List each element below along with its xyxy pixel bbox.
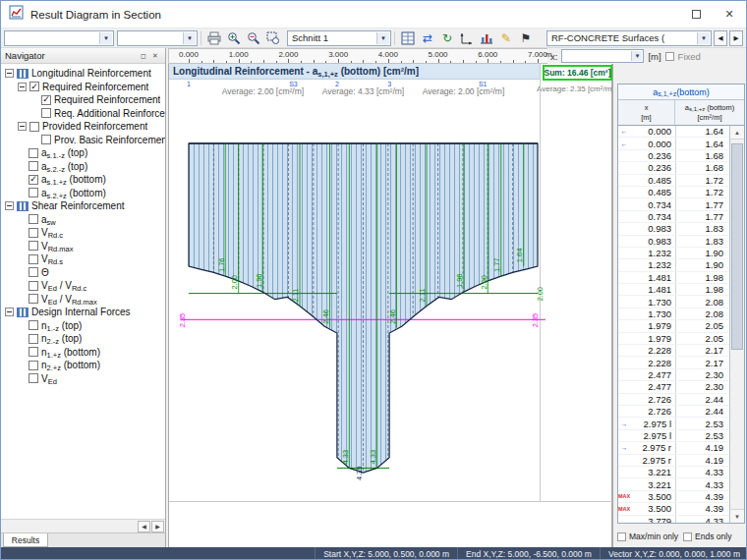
tree-item[interactable]: asw bbox=[1, 213, 165, 227]
reverse-direction-icon[interactable]: ⇄ bbox=[418, 29, 437, 47]
expander-icon[interactable] bbox=[18, 122, 27, 131]
tree-item[interactable]: ✓Required Reinforcement bbox=[1, 93, 165, 107]
table-row[interactable]: MAX3.5004.39 bbox=[618, 503, 729, 515]
tree-item[interactable]: Req. Additional Reinforcement bbox=[1, 107, 165, 121]
maximize-button[interactable] bbox=[679, 1, 713, 28]
tree-checkbox[interactable] bbox=[29, 334, 38, 344]
tree-checkbox[interactable] bbox=[29, 188, 38, 197]
table-row[interactable]: 2.975 l2.53 bbox=[618, 430, 729, 442]
tree-checkbox[interactable] bbox=[29, 161, 38, 171]
previous-case-button[interactable]: ◀ bbox=[714, 30, 727, 46]
diagram-bars-icon[interactable] bbox=[477, 29, 496, 47]
axes-icon[interactable] bbox=[457, 29, 477, 47]
tree-item[interactable]: ✓Required Reinforcement bbox=[1, 81, 165, 94]
tree-checkbox[interactable] bbox=[29, 267, 38, 277]
table-row[interactable]: 2.7262.44 bbox=[618, 406, 729, 418]
x-value-input[interactable]: ▼ bbox=[561, 49, 644, 63]
tree-item[interactable]: n1,-z (top) bbox=[1, 319, 165, 333]
table-row[interactable]: 1.2321.90 bbox=[618, 259, 729, 271]
table-row[interactable]: 3.7794.33 bbox=[618, 516, 729, 524]
table-row[interactable]: 0.9831.83 bbox=[618, 223, 729, 235]
table-row[interactable]: 0.7341.77 bbox=[618, 198, 729, 210]
table-row[interactable]: 2.4772.30 bbox=[618, 381, 729, 393]
table-row[interactable]: 1.7302.08 bbox=[618, 296, 729, 308]
table-row[interactable]: 0.7341.77 bbox=[618, 211, 729, 223]
maxmin-only-checkbox[interactable] bbox=[617, 532, 626, 541]
tree-item[interactable]: Design Internal Forces bbox=[1, 306, 165, 319]
table-row[interactable]: ←0.0001.64 bbox=[618, 126, 729, 138]
table-scrollbar[interactable]: ▲ ▼ bbox=[729, 126, 744, 523]
tree-checkbox[interactable] bbox=[29, 241, 38, 251]
tree-item[interactable]: n2,+z (bottom) bbox=[1, 359, 165, 372]
tree-checkbox[interactable] bbox=[41, 135, 51, 144]
smoothing-combo[interactable]: ▼ bbox=[117, 30, 198, 46]
table-row[interactable]: 3.2214.33 bbox=[618, 467, 729, 478]
scroll-down-icon[interactable]: ▼ bbox=[730, 509, 744, 523]
table-row[interactable]: 0.9831.83 bbox=[618, 236, 729, 248]
scroll-up-icon[interactable]: ▲ bbox=[730, 126, 744, 140]
tree-item[interactable]: as,2,-z (top) bbox=[1, 160, 165, 174]
tree-checkbox[interactable] bbox=[29, 214, 38, 224]
grid-values-icon[interactable] bbox=[398, 29, 418, 47]
table-row[interactable]: →2.975 l2.53 bbox=[618, 418, 729, 429]
tree-checkbox[interactable] bbox=[29, 148, 38, 158]
tree-checkbox[interactable] bbox=[29, 373, 38, 383]
scroll-left-icon[interactable]: ◀ bbox=[138, 521, 150, 532]
tree-checkbox[interactable]: ✓ bbox=[29, 175, 38, 185]
tree-item[interactable]: Prov. Basic Reinforcement bbox=[1, 134, 165, 147]
table-row[interactable]: 1.9792.05 bbox=[618, 320, 729, 332]
tree-item[interactable]: VRd,c bbox=[1, 226, 165, 240]
table-row[interactable]: 1.9792.05 bbox=[618, 333, 729, 345]
tree-item[interactable]: VEd / VRd,max bbox=[1, 293, 165, 307]
close-icon[interactable]: ✕ bbox=[149, 50, 161, 62]
table-row[interactable]: →2.975 r4.19 bbox=[618, 442, 729, 454]
table-row[interactable]: 2.2282.17 bbox=[618, 357, 729, 368]
table-row[interactable]: 3.2214.33 bbox=[618, 478, 729, 490]
table-row[interactable]: 0.2361.68 bbox=[618, 162, 729, 174]
expander-icon[interactable] bbox=[5, 69, 14, 78]
table-row[interactable]: 0.4851.72 bbox=[618, 187, 729, 198]
expander-icon[interactable] bbox=[18, 83, 27, 91]
undock-icon[interactable]: ◻ bbox=[138, 50, 149, 62]
zoom-out-icon[interactable] bbox=[244, 29, 263, 47]
tree-item[interactable]: Longitudinal Reinforcement bbox=[1, 67, 165, 81]
tree-item[interactable]: n2,-z (top) bbox=[1, 332, 165, 346]
tree-checkbox[interactable] bbox=[29, 122, 39, 132]
table-row[interactable]: 0.4851.72 bbox=[618, 175, 729, 187]
table-row[interactable]: MAX3.5004.39 bbox=[618, 491, 729, 503]
tree-checkbox[interactable] bbox=[29, 320, 38, 330]
tree-checkbox[interactable] bbox=[29, 228, 38, 238]
tree-checkbox[interactable] bbox=[29, 361, 38, 370]
tree-item[interactable]: VEd bbox=[1, 372, 165, 386]
close-button[interactable]: ✕ bbox=[713, 1, 746, 28]
table-row[interactable]: ←0.0001.64 bbox=[618, 138, 729, 149]
table-row[interactable]: 1.2321.90 bbox=[618, 248, 729, 259]
tree-checkbox[interactable] bbox=[29, 254, 38, 264]
tree-item[interactable]: VRd,s bbox=[1, 252, 165, 266]
table-row[interactable]: 2.7262.44 bbox=[618, 394, 729, 406]
scroll-right-icon[interactable]: ▶ bbox=[151, 521, 164, 532]
result-type-combo[interactable]: ▼ bbox=[4, 30, 114, 46]
table-row[interactable]: 2.4772.30 bbox=[618, 369, 729, 381]
module-combo[interactable]: RF-CONCRETE Surfaces (▼ bbox=[546, 30, 712, 46]
fixed-checkbox[interactable] bbox=[665, 52, 674, 61]
next-case-button[interactable]: ▶ bbox=[729, 30, 743, 46]
scrollbar-thumb[interactable] bbox=[731, 143, 743, 350]
tree-item[interactable]: Θ bbox=[1, 266, 165, 280]
tree-item[interactable]: ✓as,1,+z (bottom) bbox=[1, 173, 165, 187]
zoom-in-icon[interactable] bbox=[224, 29, 244, 47]
tree-item[interactable]: Shear Reinforcement bbox=[1, 199, 165, 213]
tree-item[interactable]: as,1,-z (top) bbox=[1, 146, 165, 160]
tree-checkbox[interactable] bbox=[29, 347, 38, 357]
table-row[interactable]: 1.4811.98 bbox=[618, 272, 729, 284]
tree-checkbox[interactable] bbox=[41, 108, 51, 118]
navigator-hscrollbar[interactable]: ◀ ▶ bbox=[1, 519, 165, 532]
tree-item[interactable]: n1,+z (bottom) bbox=[1, 346, 165, 360]
tab-results[interactable]: Results bbox=[3, 533, 48, 547]
zoom-window-icon[interactable] bbox=[263, 29, 283, 47]
tree-checkbox[interactable]: ✓ bbox=[29, 82, 39, 91]
tree-checkbox[interactable] bbox=[29, 294, 38, 304]
tree-item[interactable]: as,2,+z (bottom) bbox=[1, 187, 165, 200]
tree-checkbox[interactable] bbox=[29, 281, 38, 291]
expander-icon[interactable] bbox=[5, 201, 14, 210]
